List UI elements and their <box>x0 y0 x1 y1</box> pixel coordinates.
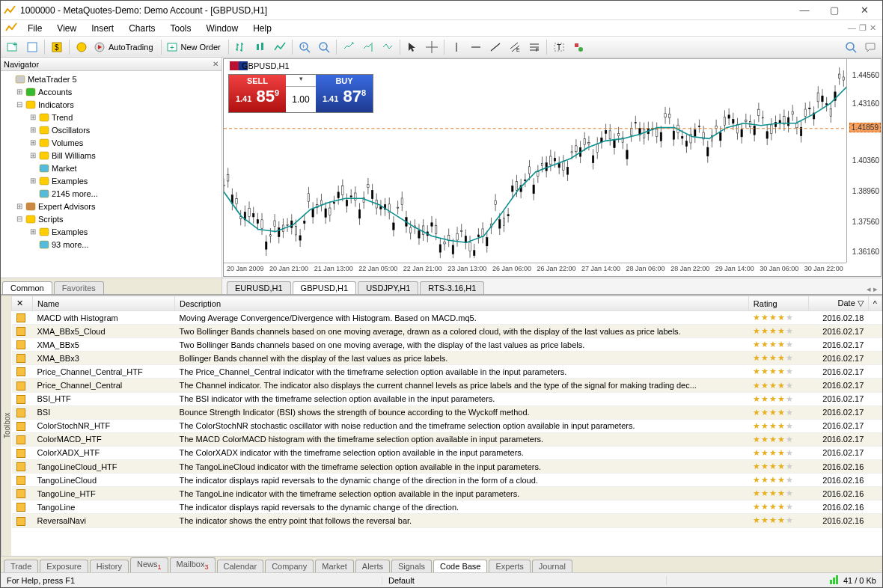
cursor-button[interactable] <box>403 39 421 55</box>
tree-item[interactable]: ⊞Expert Advisors <box>1 200 221 212</box>
tree-twisty[interactable]: ⊞ <box>28 126 38 134</box>
table-row[interactable]: XMA_BBx5Two Bollinger Bands channels bas… <box>12 338 882 352</box>
chat-button[interactable] <box>861 39 879 55</box>
col-rating[interactable]: Rating <box>748 296 808 311</box>
toolbox-tab-code-base[interactable]: Code Base <box>433 560 487 572</box>
table-row[interactable]: Price_Channel_Central_HTFThe Price_Chann… <box>12 365 882 379</box>
autotrading-button[interactable]: AutoTrading <box>92 39 158 55</box>
menu-file[interactable]: File <box>20 22 49 35</box>
equidistant-channel-button[interactable]: E <box>506 39 524 55</box>
tree-item[interactable]: ⊟Scripts <box>1 212 221 225</box>
toolbox-tab-calendar[interactable]: Calendar <box>217 560 264 572</box>
tree-twisty[interactable]: ⊞ <box>28 151 38 159</box>
menu-tools[interactable]: Tools <box>163 22 199 35</box>
maximize-button[interactable]: ▢ <box>819 1 849 19</box>
toolbox-tab-mailbox[interactable]: Mailbox3 <box>170 557 216 572</box>
toolbox-tab-trade[interactable]: Trade <box>4 560 38 572</box>
toolbox-tab-alerts[interactable]: Alerts <box>355 560 390 572</box>
menu-insert[interactable]: Insert <box>84 22 121 35</box>
bar-chart-button[interactable] <box>232 39 250 55</box>
toolbox-tab-exposure[interactable]: Exposure <box>40 560 88 572</box>
fibonacci-button[interactable]: F <box>525 39 543 55</box>
new-order-button[interactable]: + New Order <box>165 39 225 55</box>
tree-item[interactable]: 93 more... <box>1 238 221 251</box>
tree-twisty[interactable]: ⊞ <box>28 138 38 147</box>
table-row[interactable]: XMA_BBx3Bollinger Bands channel with the… <box>12 352 882 365</box>
table-row[interactable]: TangoLineCloud_HTFThe TangoLineCloud ind… <box>12 460 882 474</box>
toolbox-tab-experts[interactable]: Experts <box>489 560 530 572</box>
tree-item[interactable]: 2145 more... <box>1 187 221 200</box>
table-row[interactable]: BSIBounce Strength Indicator (BSI) shows… <box>12 405 882 419</box>
vertical-line-button[interactable] <box>447 39 465 55</box>
toolbox-tab-journal[interactable]: Journal <box>532 560 572 572</box>
menu-charts[interactable]: Charts <box>121 22 162 35</box>
new-chart-button[interactable]: + <box>4 39 22 55</box>
table-row[interactable]: BSI_HTFThe BSI indicator with the timefr… <box>12 392 882 405</box>
zoom-out-button[interactable]: - <box>315 39 333 55</box>
menu-view[interactable]: View <box>49 22 84 35</box>
navigator-tab-common[interactable]: Common <box>2 281 52 294</box>
minimize-button[interactable]: — <box>789 1 819 19</box>
volume-dropdown-icon[interactable]: ▾ <box>286 75 316 87</box>
chart-tab[interactable]: EURUSD,H1 <box>227 281 291 294</box>
tree-item[interactable]: ⊞Examples <box>1 174 221 187</box>
data-window-button[interactable] <box>73 39 91 55</box>
table-row[interactable]: Price_Channel_CentralThe Channel indicat… <box>12 379 882 392</box>
menu-window[interactable]: Window <box>199 22 246 35</box>
tree-twisty[interactable]: ⊟ <box>14 100 25 108</box>
col-date[interactable]: Date ▽ <box>808 296 868 311</box>
table-row[interactable]: MACD with HistogramMoving Average Conver… <box>12 311 882 325</box>
navigator-tab-favorites[interactable]: Favorites <box>54 281 104 294</box>
buy-button[interactable]: BUY 1.41 878 <box>316 75 373 112</box>
tree-item[interactable]: ⊞Examples <box>1 225 221 238</box>
table-row[interactable]: XMA_BBx5_CloudTwo Bollinger Bands channe… <box>12 325 882 338</box>
table-row[interactable]: ColorMACD_HTFThe MACD ColorMACD histogra… <box>12 432 882 446</box>
volume-stepper[interactable]: ▾ 1.00 <box>286 75 316 112</box>
toolbox-tab-signals[interactable]: Signals <box>391 560 432 572</box>
tree-twisty[interactable]: ⊞ <box>28 113 38 121</box>
table-row[interactable]: TangoLineThe indicator displays rapid re… <box>12 500 882 514</box>
tree-twisty[interactable]: ⊞ <box>14 88 25 96</box>
tree-twisty[interactable]: ⊟ <box>14 215 25 223</box>
menu-help[interactable]: Help <box>245 22 279 35</box>
table-row[interactable]: TangoLine_HTFThe TangoLine indicator wit… <box>12 487 882 500</box>
tree-item[interactable]: ⊞Bill Williams <box>1 149 221 162</box>
codebase-grid[interactable]: ✕ Name Description Rating Date ▽ ^ MACD … <box>11 295 882 556</box>
trendline-button[interactable] <box>486 39 504 55</box>
tree-item[interactable]: ⊞Volumes <box>1 136 221 149</box>
zoom-in-button[interactable]: + <box>296 39 314 55</box>
table-row[interactable]: TangoLineCloudThe indicator displays rap… <box>12 474 882 487</box>
col-name[interactable]: Name <box>33 296 175 311</box>
indicators-button[interactable] <box>379 39 397 55</box>
tree-item[interactable]: Market <box>1 162 221 174</box>
horizontal-line-button[interactable] <box>467 39 485 55</box>
toolbox-tab-market[interactable]: Market <box>315 560 354 572</box>
chart-tab[interactable]: GBPUSD,H1 <box>293 281 357 294</box>
sell-button[interactable]: SELL 1.41 859 <box>229 75 286 112</box>
tree-twisty[interactable]: ⊞ <box>28 177 38 185</box>
toolbox-tab-news[interactable]: News1 <box>130 557 168 572</box>
navigator-close-button[interactable]: ✕ <box>213 60 219 68</box>
close-column[interactable]: ✕ <box>12 296 33 311</box>
close-button[interactable]: ✕ <box>849 1 879 19</box>
market-watch-button[interactable]: $ <box>48 39 66 55</box>
chart-tab-scroller[interactable]: ◂ ▸ <box>862 284 882 294</box>
tree-twisty[interactable]: ⊞ <box>14 202 25 210</box>
auto-scroll-button[interactable] <box>340 39 358 55</box>
tree-item[interactable]: ⊟Indicators <box>1 98 221 111</box>
candle-chart-button[interactable] <box>251 39 269 55</box>
tree-item[interactable]: ⊞Accounts <box>1 85 221 98</box>
mdi-close-button[interactable]: ✕ <box>870 23 876 33</box>
chart-shift-button[interactable] <box>359 39 377 55</box>
toolbox-tab-company[interactable]: Company <box>265 560 314 572</box>
tree-item[interactable]: ⊞Oscillators <box>1 123 221 136</box>
navigator-tree[interactable]: MetaTrader 5⊞Accounts⊟Indicators⊞Trend⊞O… <box>1 71 221 278</box>
mdi-minimize-button[interactable]: — <box>848 23 856 33</box>
table-row[interactable]: ReversalNaviThe indicator shows the entr… <box>12 514 882 527</box>
text-label-button[interactable]: T <box>550 39 568 55</box>
search-button[interactable] <box>842 39 860 55</box>
chart-tab[interactable]: RTS-3.16,H1 <box>420 281 484 294</box>
toolbox-tab-history[interactable]: History <box>90 560 129 572</box>
mdi-restore-button[interactable]: ❐ <box>859 23 867 33</box>
profiles-button[interactable] <box>23 39 41 55</box>
